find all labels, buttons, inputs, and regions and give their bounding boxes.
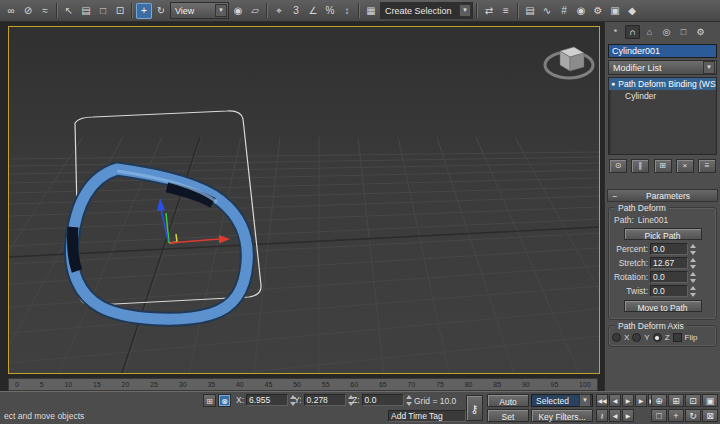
select-by-name-icon[interactable]: ▤ [78, 3, 94, 19]
select-object-icon[interactable]: ↖ [61, 3, 77, 19]
axis-y-radio[interactable] [632, 333, 641, 342]
object-name-field[interactable]: Cylinder001 [608, 44, 717, 58]
unlink-selection-icon[interactable]: ⊘ [20, 3, 36, 19]
tab-hierarchy[interactable]: ⌂ [642, 25, 657, 39]
percent-field[interactable]: 0.0 [650, 243, 688, 255]
key-mode-toggle-button[interactable]: ⚷ [596, 409, 608, 422]
perspective-viewport[interactable] [8, 26, 600, 374]
timeline-tick[interactable]: 30 [179, 379, 187, 390]
absolute-mode-toggle[interactable]: ⊞ [203, 394, 216, 407]
use-pivot-center-icon[interactable]: ◉ [230, 3, 246, 19]
orbit-icon[interactable]: ↻ [685, 409, 701, 422]
mirror-icon[interactable]: ⇄ [481, 3, 497, 19]
selection-region-icon[interactable]: □ [95, 3, 111, 19]
configure-modifier-sets-icon[interactable]: ≡ [698, 159, 716, 173]
schematic-view-icon[interactable]: # [556, 3, 572, 19]
curve-editor-icon[interactable]: ∿ [539, 3, 555, 19]
pan-icon[interactable]: + [668, 409, 684, 422]
timeline-ruler[interactable]: 0510152025303540455055606570758085909510… [8, 378, 598, 391]
selection-lock-toggle[interactable]: ⊗ [218, 394, 231, 407]
timeline-tick[interactable]: 50 [293, 379, 301, 390]
tab-utilities[interactable]: ⚙ [693, 25, 708, 39]
material-editor-icon[interactable]: ◉ [573, 3, 589, 19]
add-time-tag[interactable]: Add Time Tag [388, 410, 466, 422]
zoom-extents-all-icon[interactable]: ▣ [702, 394, 718, 407]
previous-frame-button[interactable]: ◀ [609, 394, 621, 407]
align-icon[interactable]: ≡ [498, 3, 514, 19]
select-and-scale-icon[interactable]: ▱ [247, 3, 263, 19]
bind-to-spacewarp-icon[interactable]: ≈ [37, 3, 53, 19]
next-key-button[interactable]: ▶ [622, 409, 634, 422]
twist-field[interactable]: 0.0 [650, 285, 688, 297]
play-button[interactable]: ▶ [622, 394, 634, 407]
timeline-tick[interactable]: 95 [551, 379, 559, 390]
next-frame-button[interactable]: ▶ [635, 394, 647, 407]
timeline-tick[interactable]: 45 [265, 379, 273, 390]
x-coord-field[interactable]: 6.955 [246, 394, 288, 406]
pin-stack-icon[interactable]: ⊙ [609, 159, 627, 173]
select-and-move-icon[interactable]: + [136, 3, 152, 19]
modifier-list-dropdown[interactable]: Modifier List ▼ [608, 60, 717, 75]
rendered-frame-icon[interactable]: ▣ [607, 3, 623, 19]
select-and-rotate-icon[interactable]: ↻ [153, 3, 169, 19]
timeline-tick[interactable]: 5 [40, 379, 44, 390]
timeline-tick[interactable]: 0 [15, 379, 19, 390]
y-coord-field[interactable]: 0.278 [304, 394, 346, 406]
viewcube[interactable] [545, 47, 593, 78]
axis-x-radio[interactable] [612, 333, 621, 342]
make-unique-icon[interactable]: ⊞ [654, 159, 672, 173]
key-filters-button[interactable]: Key Filters... [531, 409, 593, 422]
stretch-spinner[interactable] [690, 258, 698, 269]
render-production-icon[interactable]: ◆ [624, 3, 640, 19]
move-to-path-button[interactable]: Move to Path [624, 300, 702, 312]
region-zoom-icon[interactable]: □ [651, 409, 667, 422]
percent-spinner[interactable] [690, 244, 698, 255]
modifier-enabled-icon[interactable]: ● [611, 78, 615, 90]
show-end-result-icon[interactable]: ∥ [631, 159, 649, 173]
timeline-tick[interactable]: 60 [350, 379, 358, 390]
reference-coordinate-system-select[interactable]: View▼ [170, 2, 229, 19]
timeline-tick[interactable]: 70 [408, 379, 416, 390]
previous-key-button[interactable]: ◀ [609, 409, 621, 422]
timeline-tick[interactable]: 35 [207, 379, 215, 390]
z-coord-field[interactable]: 0.0 [362, 394, 404, 406]
zoom-extents-icon[interactable]: ⊡ [685, 394, 701, 407]
go-to-start-button[interactable]: ◀◀ [596, 394, 608, 407]
tab-create[interactable]: * [608, 25, 623, 39]
window-crossing-icon[interactable]: ⊡ [112, 3, 128, 19]
timeline-tick[interactable]: 90 [522, 379, 530, 390]
rotation-field[interactable]: 0.0 [650, 271, 688, 283]
pick-path-button[interactable]: Pick Path [624, 228, 702, 240]
axis-z-radio[interactable] [653, 333, 662, 342]
set-key-button[interactable]: Set Key [487, 409, 529, 422]
spinner-snap-icon[interactable]: ↕ [339, 3, 355, 19]
timeline-tick[interactable]: 85 [493, 379, 501, 390]
zoom-icon[interactable]: ⊕ [651, 394, 667, 407]
timeline-tick[interactable]: 40 [236, 379, 244, 390]
parameters-rollout-header[interactable]: − Parameters [607, 189, 718, 202]
timeline-tick[interactable]: 10 [64, 379, 72, 390]
timeline-tick[interactable]: 65 [379, 379, 387, 390]
named-selection-sets-select[interactable]: Create Selection▼ [380, 2, 473, 19]
modifier-stack-item-cylinder[interactable]: Cylinder [609, 90, 716, 102]
zoom-all-icon[interactable]: ⊞ [668, 394, 684, 407]
stretch-field[interactable]: 12.67 [650, 257, 688, 269]
modifier-stack[interactable]: ● Path Deform Binding (WS Cylinder [608, 77, 717, 155]
render-setup-icon[interactable]: ⚙ [590, 3, 606, 19]
key-selection-set-dropdown[interactable]: Selected ▼ [531, 394, 593, 407]
timeline-tick[interactable]: 55 [322, 379, 330, 390]
tab-display[interactable]: □ [676, 25, 691, 39]
timeline-tick[interactable]: 75 [436, 379, 444, 390]
select-and-link-icon[interactable]: ∞ [3, 3, 19, 19]
flip-checkbox[interactable] [673, 333, 682, 342]
snaps-toggle-icon[interactable]: 3 [288, 3, 304, 19]
layer-manager-icon[interactable]: ▤ [522, 3, 538, 19]
timeline-tick[interactable]: 25 [150, 379, 158, 390]
rotation-spinner[interactable] [690, 272, 698, 283]
auto-key-button[interactable]: Auto Key [487, 394, 529, 407]
twist-spinner[interactable] [690, 286, 698, 297]
tab-modify[interactable]: ∩ [625, 25, 640, 39]
angle-snap-icon[interactable]: ∠ [305, 3, 321, 19]
select-and-manipulate-icon[interactable]: ⌖ [271, 3, 287, 19]
percent-snap-icon[interactable]: % [322, 3, 338, 19]
